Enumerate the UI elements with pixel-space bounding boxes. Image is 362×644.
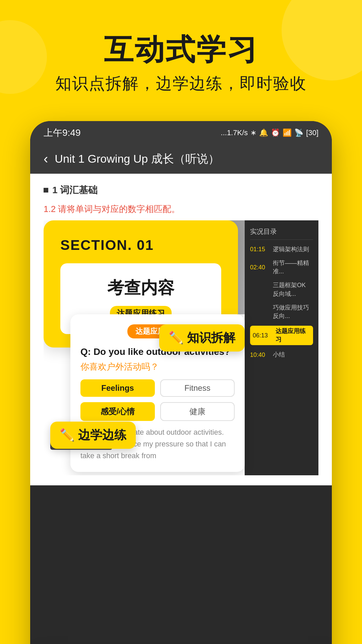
sub-title: 知识点拆解，边学边练，即时验收 [55,73,307,94]
rp-text-4: 巧做应用技巧 反向... [273,304,313,320]
exercise-subtitle: 1.2 请将单词与对应的数字相匹配。 [44,203,318,215]
rp-item-3: 三题框架OK 反向域... [250,281,313,298]
course-content-area: 1 词汇基础 1.2 请将单词与对应的数字相匹配。 [30,174,332,485]
battery-icon: [30] [306,128,318,137]
rp-time-2: 02:40 [250,264,270,271]
practice-option-cn-2[interactable]: 健康 [160,402,235,421]
section-label-text: 1 词汇基础 [52,184,98,197]
page-container: 互动式学习 知识点拆解，边学边练，即时验收 上午9:49 ...1.7K/s ∗… [0,0,362,644]
nav-title: Unit 1 Growing Up 成长（听说） [55,151,219,167]
status-bar: 上午9:49 ...1.7K/s ∗ 🔔 ⏰ 📶 📡 [30] [30,121,332,145]
rp-item-6: 10:40 小结 [250,351,313,359]
label-bianjian: ✏️ 边学边练 [50,422,136,449]
rp-text-1: 逻辑架构法则 [273,245,309,254]
kacha-title: 考查内容 [74,277,208,299]
pencil-icon-zhishi: ✏️ [169,331,184,344]
right-panel-title: 实况目录 [250,227,313,240]
phone-mockup: 上午9:49 ...1.7K/s ∗ 🔔 ⏰ 📶 📡 [30] ‹ Unit 1… [30,121,332,644]
rp-item-4: 巧做应用技巧 反向... [250,304,313,320]
header-section: 互动式学习 知识点拆解，边学边练，即时验收 [55,34,307,94]
practice-options: Feelings Fitness [80,379,235,397]
rp-item-1: 01:15 逻辑架构法则 [250,245,313,254]
back-button[interactable]: ‹ [44,151,48,166]
rp-item-2: 02:40 衔节——精精准... [250,259,313,276]
status-icons: ...1.7K/s ∗ 🔔 ⏰ 📶 📡 [30] [221,128,318,137]
rp-text-2: 衔节——精精准... [273,259,313,276]
alarm-icon: ⏰ [271,128,280,137]
rp-text-5: 达题应用练习 [276,327,310,344]
practice-option-cn-1[interactable]: 感受/心情 [80,402,155,421]
cards-overlay: SECTION. 01 考查内容 达题应用练习 达题应用练习 Q: Do you… [44,220,318,475]
practice-option-feelings[interactable]: Feelings [80,379,155,397]
right-panel: 实况目录 01:15 逻辑架构法则 02:40 衔节——精精准... 三题框架O… [245,220,318,475]
practice-question-cn: 你喜欢户外活动吗？ [80,361,235,373]
section-title: SECTION. 01 [60,237,221,253]
signal-icon: 📶 [283,128,292,137]
rp-time-5: 06:13 [253,332,273,339]
rp-text-6: 小结 [273,351,285,359]
rp-time-6: 10:40 [250,352,270,359]
practice-options-cn: 感受/心情 健康 [80,402,235,421]
section-dot [44,188,48,193]
section-label: 1 词汇基础 [44,184,318,197]
nav-bar: ‹ Unit 1 Growing Up 成长（听说） [30,145,332,174]
practice-option-fitness[interactable]: Fitness [160,379,235,397]
rp-item-5: 06:13 达题应用练习 [250,326,313,345]
main-title: 互动式学习 [55,34,307,66]
network-speed: ...1.7K/s [221,128,248,137]
pencil-icon-bianjian: ✏️ [60,428,75,442]
bluetooth-icon: ∗ [250,128,256,137]
deco-circle-2 [0,20,47,94]
status-time: 上午9:49 [44,126,81,139]
wifi-icon: 📡 [294,128,303,137]
label-zhishi: ✏️ 知识拆解 [159,324,245,352]
notification-icon: 🔔 [259,128,268,137]
rp-text-3: 三题框架OK 反向域... [273,281,313,298]
rp-time-1: 01:15 [250,246,270,253]
